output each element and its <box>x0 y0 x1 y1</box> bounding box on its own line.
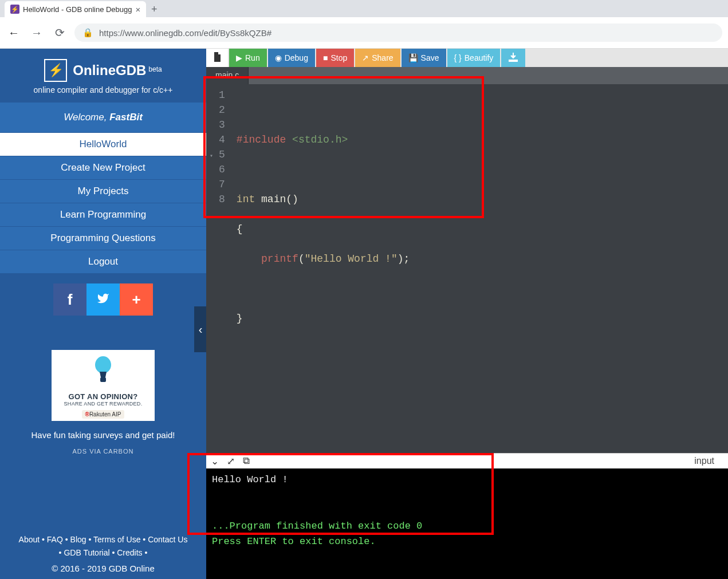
sidebar-item-helloworld[interactable]: HelloWorld <box>0 132 206 156</box>
facebook-button[interactable]: f <box>53 283 86 316</box>
line-number: 2 <box>215 103 225 117</box>
editor[interactable]: 1 2 3 4 5 6 7 8 #include <stdio.h> int m… <box>206 84 728 453</box>
footer-link-gdb-tutorial[interactable]: GDB Tutorial <box>64 548 109 557</box>
footer-links: About • FAQ • Blog • Terms of Use • Cont… <box>0 531 206 561</box>
chevron-down-icon[interactable]: ⌄ <box>211 455 219 467</box>
line-number: 5 <box>215 147 225 162</box>
beautify-button[interactable]: { }Beautify <box>447 49 501 67</box>
ad-card[interactable]: GOT AN OPINION? SHARE AND GET REWARDED. … <box>52 350 155 421</box>
svg-point-0 <box>95 356 111 373</box>
beautify-label: Beautify <box>465 53 494 62</box>
url-text: https://www.onlinegdb.com/edit/BySs8kQZB… <box>99 28 271 38</box>
sidebar-item-programming-questions[interactable]: Programming Questions <box>0 226 206 250</box>
browser-tab-bar: ⚡ HelloWorld - GDB online Debugg × + <box>0 0 728 17</box>
brand-tagline: online compiler and debugger for c/c++ <box>6 85 200 94</box>
stop-icon: ■ <box>323 53 328 62</box>
file-icon <box>213 52 221 64</box>
save-icon: 💾 <box>408 53 418 62</box>
url-field[interactable]: 🔒 https://www.onlinegdb.com/edit/BySs8kQ… <box>74 23 722 42</box>
share-label: Share <box>372 53 393 62</box>
download-icon <box>508 53 518 64</box>
stop-button[interactable]: ■Stop <box>316 49 354 67</box>
line-number: 8 <box>215 192 225 207</box>
sidebar-item-logout[interactable]: Logout <box>0 250 206 273</box>
ad-headline: GOT AN OPINION? <box>55 392 151 401</box>
file-tabs: main.c <box>206 67 728 84</box>
sidebar-item-label: Logout <box>88 256 118 267</box>
copyright: © 2016 - 2019 GDB Online <box>0 561 206 579</box>
chevron-left-icon: ‹ <box>199 323 203 336</box>
line-number: 7 <box>215 177 225 192</box>
footer-link-credits[interactable]: Credits <box>117 548 142 557</box>
line-number: 4 <box>215 132 225 147</box>
line-number: 3 <box>215 117 225 132</box>
brand-badge: beta <box>148 65 162 73</box>
footer-link-terms[interactable]: Terms of Use <box>93 535 140 544</box>
play-icon: ▶ <box>236 53 242 62</box>
share-more-button[interactable]: + <box>120 283 153 316</box>
footer-link-faq[interactable]: FAQ <box>47 535 63 544</box>
line-number: 6 <box>215 162 225 177</box>
save-button[interactable]: 💾Save <box>402 49 446 67</box>
welcome-prefix: Welcome, <box>64 112 109 123</box>
new-file-button[interactable] <box>206 49 228 67</box>
welcome-user: FastBit <box>109 112 143 123</box>
expand-icon[interactable]: ⤢ <box>227 455 235 467</box>
run-label: Run <box>245 53 260 62</box>
console-output[interactable]: Hello World ! ...Program finished with e… <box>206 468 728 579</box>
social-row: f + <box>0 273 206 321</box>
forward-button[interactable]: → <box>29 25 45 41</box>
debug-label: Debug <box>285 53 308 62</box>
back-button[interactable]: ← <box>6 25 22 41</box>
input-label[interactable]: input <box>694 456 723 466</box>
logo-icon: ⚡ <box>44 59 67 82</box>
sidebar-item-label: Learn Programming <box>60 209 146 220</box>
sidebar: ⚡ OnlineGDBbeta online compiler and debu… <box>0 49 206 579</box>
twitter-button[interactable] <box>86 283 120 316</box>
sidebar-item-my-projects[interactable]: My Projects <box>0 179 206 203</box>
console-status-line: Press ENTER to exit console. <box>212 536 376 547</box>
sidebar-item-learn-programming[interactable]: Learn Programming <box>0 203 206 226</box>
twitter-icon <box>96 291 111 309</box>
run-button[interactable]: ▶Run <box>229 49 267 67</box>
browser-tab[interactable]: ⚡ HelloWorld - GDB online Debugg × <box>5 1 146 17</box>
ad-sub: SHARE AND GET REWARDED. <box>55 401 151 407</box>
share-button[interactable]: ↗Share <box>355 49 400 67</box>
ads-via-label[interactable]: ADS VIA CARBON <box>0 448 206 455</box>
svg-rect-1 <box>100 377 106 382</box>
welcome-banner: Welcome, FastBit <box>0 103 206 132</box>
braces-icon: { } <box>454 53 462 62</box>
file-tab-main-c[interactable]: main.c <box>206 67 249 84</box>
plus-icon: + <box>132 291 140 309</box>
sidebar-item-label: Programming Questions <box>50 233 155 243</box>
facebook-icon: f <box>68 291 73 309</box>
code-lines[interactable]: #include <stdio.h> int main() { printf("… <box>231 84 415 453</box>
ad-pill: ®Rakuten AIP <box>82 410 125 419</box>
ad-text[interactable]: Have fun taking surveys and get paid! <box>0 430 206 440</box>
debug-icon: ◉ <box>275 53 282 62</box>
tab-title: HelloWorld - GDB online Debugg <box>23 5 132 14</box>
toolbar: ▶Run ◉Debug ■Stop ↗Share 💾Save { }Beauti… <box>206 49 728 67</box>
sidebar-item-label: Create New Project <box>61 162 145 173</box>
debug-button[interactable]: ◉Debug <box>268 49 315 67</box>
console-panel: ⌄ ⤢ ⧉ input Hello World ! ...Program fin… <box>206 453 728 579</box>
browser-address-bar: ← → ⟳ 🔒 https://www.onlinegdb.com/edit/B… <box>0 17 728 49</box>
reload-button[interactable]: ⟳ <box>52 25 68 41</box>
copy-icon[interactable]: ⧉ <box>243 455 250 467</box>
console-header: ⌄ ⤢ ⧉ input <box>206 453 728 468</box>
download-button[interactable] <box>501 49 525 67</box>
collapse-sidebar-button[interactable]: ‹ <box>194 306 207 352</box>
footer-link-blog[interactable]: Blog <box>70 535 86 544</box>
main-area: ▶Run ◉Debug ■Stop ↗Share 💾Save { }Beauti… <box>206 49 728 579</box>
brand-box: ⚡ OnlineGDBbeta online compiler and debu… <box>0 49 206 103</box>
close-icon[interactable]: × <box>136 5 141 14</box>
lock-icon: 🔒 <box>82 27 93 38</box>
footer-link-about[interactable]: About <box>19 535 40 544</box>
new-tab-button[interactable]: + <box>146 1 162 17</box>
ad-area: GOT AN OPINION? SHARE AND GET REWARDED. … <box>0 350 206 455</box>
footer-link-contact[interactable]: Contact Us <box>148 535 187 544</box>
console-status-line: ...Program finished with exit code 0 <box>212 521 422 531</box>
sidebar-item-label: HelloWorld <box>80 139 127 149</box>
sidebar-item-create-new-project[interactable]: Create New Project <box>0 156 206 179</box>
share-icon: ↗ <box>362 53 369 62</box>
